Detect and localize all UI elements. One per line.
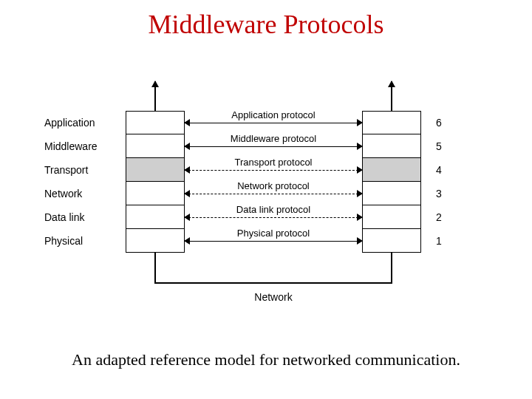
network-connector <box>154 253 156 282</box>
layer-name: Physical <box>44 229 118 253</box>
protocol-column: Application protocol Middleware protocol… <box>185 111 362 253</box>
layer-name: Data link <box>44 205 118 229</box>
layer-name: Application <box>44 111 118 134</box>
protocol-label: Transport protocol <box>185 157 362 168</box>
protocol-row: Application protocol <box>185 111 362 134</box>
layer-name: Transport <box>44 158 118 182</box>
protocol-line <box>185 194 362 194</box>
layer-box <box>126 111 185 134</box>
layer-box <box>362 229 421 253</box>
up-arrow-right <box>391 81 392 111</box>
layer-names-column: Application Middleware Transport Network… <box>44 111 118 253</box>
layer-box <box>126 134 185 158</box>
layer-numbers-column: 6 5 4 3 2 1 <box>436 111 458 253</box>
layer-number: 4 <box>436 158 458 182</box>
slide-title: Middleware Protocols <box>0 0 532 40</box>
arrow-left-icon <box>184 190 190 197</box>
up-arrow-left <box>154 81 156 111</box>
layer-number: 2 <box>436 205 458 229</box>
network-connector <box>154 282 392 284</box>
protocol-row: Data link protocol <box>185 205 362 229</box>
arrow-left-icon <box>184 143 190 150</box>
protocol-row: Physical protocol <box>185 229 362 253</box>
layer-box <box>126 205 185 229</box>
layer-box <box>126 182 185 205</box>
layer-name: Middleware <box>44 134 118 158</box>
right-stack <box>362 111 421 253</box>
protocol-row: Transport protocol <box>185 158 362 182</box>
left-stack <box>126 111 185 253</box>
network-connector <box>391 253 392 282</box>
layer-diagram: Application Middleware Transport Network… <box>44 81 458 332</box>
layer-number: 5 <box>436 134 458 158</box>
protocol-row: Network protocol <box>185 182 362 205</box>
layer-box <box>362 111 421 134</box>
protocol-line <box>185 241 362 242</box>
arrow-left-icon <box>184 214 190 221</box>
protocol-line <box>185 146 362 147</box>
layer-number: 3 <box>436 182 458 205</box>
layer-box <box>126 158 185 182</box>
protocol-label: Application protocol <box>185 109 362 120</box>
layer-box <box>362 205 421 229</box>
slide-caption: An adapted reference model for networked… <box>0 350 532 369</box>
arrow-left-icon <box>184 237 190 245</box>
protocol-label: Middleware protocol <box>185 133 362 144</box>
layer-box <box>362 158 421 182</box>
protocol-label: Physical protocol <box>185 228 362 239</box>
protocol-line <box>185 217 362 218</box>
protocol-line <box>185 123 362 123</box>
layer-number: 6 <box>436 111 458 134</box>
layer-number: 1 <box>436 229 458 253</box>
protocol-row: Middleware protocol <box>185 134 362 158</box>
protocol-line <box>185 170 362 171</box>
layer-box <box>362 182 421 205</box>
layer-name: Network <box>44 182 118 205</box>
arrow-left-icon <box>184 119 190 126</box>
network-label: Network <box>44 291 502 303</box>
arrow-left-icon <box>184 166 190 174</box>
protocol-label: Network protocol <box>185 180 362 191</box>
layer-box <box>362 134 421 158</box>
protocol-label: Data link protocol <box>185 204 362 215</box>
layer-box <box>126 229 185 253</box>
